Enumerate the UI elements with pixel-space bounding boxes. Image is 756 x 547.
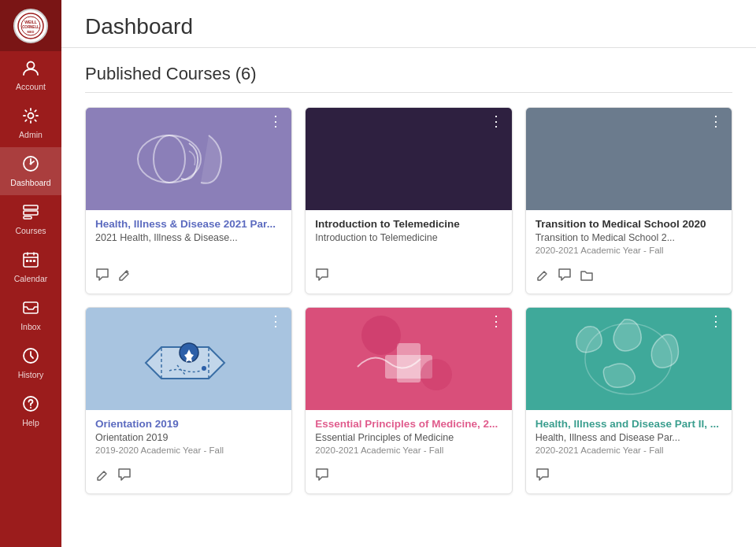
card-image-5: ⋮ bbox=[306, 308, 511, 410]
svg-point-21 bbox=[154, 135, 185, 183]
card-menu-4[interactable]: ⋮ bbox=[269, 314, 284, 328]
account-label: Account bbox=[16, 82, 46, 91]
page-header: Dashboard bbox=[61, 0, 756, 48]
main-content: Dashboard Published Courses (6) ⋮ bbox=[61, 0, 756, 547]
card-subtitle-1: 2021 Health, Illness & Disease... bbox=[95, 232, 282, 243]
courses-icon bbox=[22, 203, 39, 223]
admin-label: Admin bbox=[19, 130, 43, 139]
svg-rect-14 bbox=[30, 260, 32, 262]
logo: WEILL CORNELL MED bbox=[13, 9, 48, 43]
card-title-5: Essential Principles of Medicine, 2... bbox=[315, 418, 502, 430]
card-actions-4 bbox=[86, 461, 291, 493]
card-actions-3 bbox=[526, 261, 732, 294]
dashboard-icon bbox=[22, 155, 39, 175]
sidebar-item-admin[interactable]: Admin bbox=[0, 99, 61, 147]
svg-text:MED: MED bbox=[28, 30, 35, 34]
chat-icon-2[interactable] bbox=[315, 268, 329, 286]
logo-area: WEILL CORNELL MED bbox=[0, 0, 61, 51]
card-actions-2 bbox=[306, 261, 511, 294]
svg-rect-10 bbox=[24, 211, 38, 215]
section-title: Published Courses (6) bbox=[85, 64, 732, 93]
card-subtitle-6: Health, Illness and Disease Par... bbox=[536, 432, 722, 443]
calendar-icon bbox=[22, 251, 39, 271]
card-body-5: Essential Principles of Medicine, 2... E… bbox=[306, 410, 511, 461]
svg-point-19 bbox=[30, 407, 32, 408]
card-menu-2[interactable]: ⋮ bbox=[489, 114, 504, 128]
card-title-1: Health, Illness & Disease 2021 Par... bbox=[95, 218, 282, 230]
inbox-label: Inbox bbox=[20, 322, 41, 331]
calendar-label: Calendar bbox=[14, 274, 48, 283]
svg-rect-15 bbox=[33, 260, 35, 262]
sidebar-item-dashboard[interactable]: Dashboard bbox=[0, 147, 61, 195]
card-meta-4: 2019-2020 Academic Year - Fall bbox=[95, 445, 282, 455]
sidebar-item-courses[interactable]: Courses bbox=[0, 195, 61, 243]
svg-text:CORNELL: CORNELL bbox=[22, 25, 39, 29]
course-card-2: ⋮ Introduction to Telemedicine Introduct… bbox=[305, 107, 512, 294]
card-subtitle-4: Orientation 2019 bbox=[95, 432, 282, 443]
edit-icon-4[interactable] bbox=[95, 468, 109, 486]
svg-rect-16 bbox=[24, 302, 38, 313]
card-menu-1[interactable]: ⋮ bbox=[269, 114, 284, 128]
courses-label: Courses bbox=[15, 226, 46, 235]
card-subtitle-2: Introduction to Telemedicine bbox=[315, 232, 502, 243]
sidebar-item-help[interactable]: Help bbox=[0, 387, 61, 435]
svg-rect-11 bbox=[24, 216, 32, 219]
card-menu-6[interactable]: ⋮ bbox=[709, 314, 724, 328]
card-image-3: ⋮ bbox=[526, 108, 732, 210]
history-icon bbox=[22, 347, 39, 367]
course-card-1: ⋮ Health, Illness & Disease 2021 Par... … bbox=[85, 107, 292, 294]
course-grid: ⋮ Health, Illness & Disease 2021 Par... … bbox=[85, 107, 732, 494]
content-area: Published Courses (6) ⋮ Health, Illness … bbox=[61, 48, 756, 510]
card-title-6: Health, Illness and Disease Part II, ... bbox=[536, 418, 722, 430]
course-card-4: ⋮ Orientation 2019 Orientation 2019 2019… bbox=[85, 307, 292, 494]
card-body-6: Health, Illness and Disease Part II, ...… bbox=[526, 410, 732, 461]
dashboard-label: Dashboard bbox=[10, 178, 50, 187]
card-meta-3: 2020-2021 Academic Year - Fall bbox=[536, 246, 722, 255]
card-body-1: Health, Illness & Disease 2021 Par... 20… bbox=[86, 210, 291, 261]
svg-text:WEILL: WEILL bbox=[24, 20, 37, 24]
card-body-2: Introduction to Telemedicine Introductio… bbox=[306, 210, 511, 261]
svg-point-26 bbox=[361, 316, 401, 355]
sidebar-item-inbox[interactable]: Inbox bbox=[0, 291, 61, 339]
course-card-5: ⋮ Essential Principles of Medicine, 2...… bbox=[305, 307, 512, 494]
card-image-4: ⋮ bbox=[86, 308, 291, 410]
card-title-4: Orientation 2019 bbox=[95, 418, 282, 430]
card-image-1: ⋮ bbox=[86, 108, 291, 210]
card-body-4: Orientation 2019 Orientation 2019 2019-2… bbox=[86, 410, 291, 461]
page-title: Dashboard bbox=[85, 14, 732, 39]
edit-icon-3[interactable] bbox=[536, 268, 550, 286]
sidebar-item-account[interactable]: Account bbox=[0, 51, 61, 99]
card-actions-1 bbox=[86, 261, 291, 294]
card-actions-6 bbox=[526, 461, 732, 493]
chat-icon-1[interactable] bbox=[95, 268, 109, 286]
svg-point-20 bbox=[138, 135, 201, 183]
sidebar: WEILL CORNELL MED Account Admin bbox=[0, 0, 61, 547]
course-card-6: ⋮ Health, Illness and Disease Part II, .… bbox=[525, 307, 732, 494]
svg-point-23 bbox=[202, 366, 206, 371]
chat-icon-6[interactable] bbox=[536, 468, 550, 486]
folder-icon-3[interactable] bbox=[580, 268, 594, 286]
edit-icon-1[interactable] bbox=[117, 268, 132, 286]
admin-icon bbox=[22, 107, 39, 127]
card-subtitle-5: Essential Principles of Medicine bbox=[315, 432, 502, 443]
card-meta-6: 2020-2021 Academic Year - Fall bbox=[536, 445, 722, 455]
card-menu-5[interactable]: ⋮ bbox=[489, 314, 504, 328]
svg-rect-9 bbox=[24, 205, 38, 209]
card-menu-3[interactable]: ⋮ bbox=[709, 114, 724, 128]
svg-point-5 bbox=[28, 62, 35, 69]
chat-icon-4[interactable] bbox=[117, 468, 132, 486]
chat-icon-5[interactable] bbox=[315, 468, 329, 486]
card-body-3: Transition to Medical School 2020 Transi… bbox=[526, 210, 732, 261]
history-label: History bbox=[18, 370, 44, 379]
card-image-2: ⋮ bbox=[306, 108, 511, 210]
svg-point-6 bbox=[28, 113, 34, 119]
sidebar-item-history[interactable]: History bbox=[0, 339, 61, 387]
svg-point-27 bbox=[421, 359, 452, 390]
card-subtitle-3: Transition to Medical School 2... bbox=[536, 232, 722, 243]
chat-icon-3[interactable] bbox=[558, 268, 572, 286]
sidebar-item-calendar[interactable]: Calendar bbox=[0, 243, 61, 291]
card-title-2: Introduction to Telemedicine bbox=[315, 218, 502, 230]
help-label: Help bbox=[22, 418, 39, 427]
help-icon bbox=[22, 395, 39, 415]
card-title-3: Transition to Medical School 2020 bbox=[536, 218, 722, 230]
